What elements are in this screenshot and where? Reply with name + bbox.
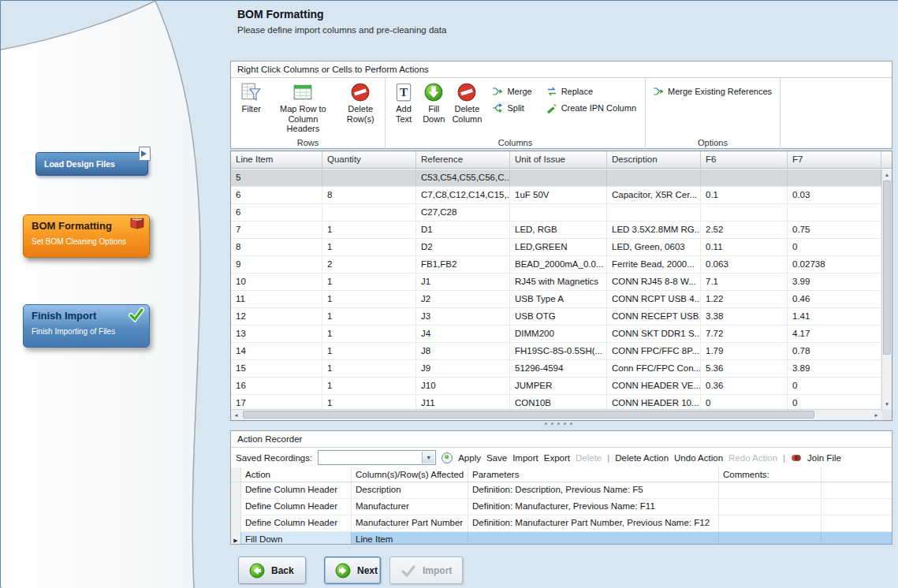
grid-cell[interactable]: Capacitor, X5R Cer... [607, 187, 701, 203]
grid-cell[interactable]: 14 [231, 343, 322, 359]
grid-cell[interactable]: LED 3.5X2.8MM RG... [607, 221, 701, 238]
grid-cell[interactable]: CONN RJ45 8-8 W... [607, 274, 701, 290]
grid-cell[interactable]: LED, RGB [510, 221, 607, 238]
grid-cell[interactable]: CONN HEADER VE... [607, 378, 701, 394]
grid-cell[interactable]: 1 [322, 308, 416, 325]
delete-column-button[interactable]: Delete Column [449, 80, 485, 126]
horizontal-scroll-thumb[interactable] [243, 411, 814, 419]
column-header-reference[interactable]: Reference [416, 151, 510, 168]
grid-cell[interactable]: 0.11 [701, 239, 788, 255]
grid-cell[interactable]: 11 [231, 291, 322, 307]
recorder-cell[interactable]: Manufacturer Part Number [352, 515, 468, 531]
grid-cell[interactable]: J1 [416, 274, 510, 290]
recorder-cell[interactable]: Define Column Header [241, 515, 352, 531]
grid-cell[interactable] [510, 169, 607, 186]
save-recording-button[interactable]: Save [486, 453, 507, 463]
column-header-description[interactable]: Description [607, 151, 701, 168]
grid-row[interactable]: 171J11CON10BCONN HEADER 10...00 [231, 395, 881, 409]
grid-cell[interactable]: 1uF 50V [510, 187, 607, 203]
grid-cell[interactable]: LED, Green, 0603 [607, 239, 701, 255]
grid-cell[interactable]: C53,C54,C55,C56,C... [416, 169, 510, 186]
export-recording-button[interactable]: Export [544, 453, 570, 463]
grid-cell[interactable]: 7.1 [701, 274, 788, 290]
column-header-f6[interactable]: F6 [701, 151, 788, 168]
grid-row[interactable]: 151J951296-4594Conn FFC/FPC Con...5.363.… [231, 360, 881, 378]
vertical-scroll-thumb[interactable] [883, 180, 891, 355]
grid-cell[interactable]: 0.03 [788, 187, 881, 203]
grid-cell[interactable]: D2 [416, 239, 510, 255]
grid-cell[interactable]: D1 [416, 221, 510, 238]
scroll-left-icon[interactable] [231, 410, 241, 420]
grid-cell[interactable] [788, 169, 881, 186]
grid-cell[interactable]: J8 [416, 343, 510, 359]
recorder-column-comments[interactable]: Comments: [719, 467, 822, 482]
grid-cell[interactable]: USB OTG [510, 308, 607, 325]
grid-cell[interactable]: C27,C28 [416, 204, 510, 221]
grid-cell[interactable]: RJ45 with Magnetics [510, 274, 607, 290]
column-header-unit-of-issue[interactable]: Unit of Issue [510, 151, 607, 168]
grid-cell[interactable]: 6 [231, 204, 322, 221]
recorder-column-affected[interactable]: Column(s)/Row(s) Affected [352, 467, 468, 482]
grid-cell[interactable]: JUMPER [510, 378, 607, 394]
grid-row[interactable]: 81D2LED,GREENLED, Green, 06030.110 [231, 239, 881, 256]
merge-button[interactable]: Merge [488, 83, 535, 99]
grid-cell[interactable]: FB1,FB2 [416, 256, 510, 273]
grid-row[interactable]: 111J2USB Type ACONN RCPT USB 4...1.220.4… [231, 291, 881, 308]
grid-cell[interactable] [510, 204, 607, 221]
grid-cell[interactable] [788, 204, 881, 221]
column-header-quantity[interactable]: Quantity [322, 151, 416, 168]
grid-cell[interactable]: 9 [231, 256, 322, 273]
step-bom-formatting[interactable]: BOM Formatting Set BOM Cleaning Options [23, 214, 150, 258]
grid-cell[interactable]: 5.36 [701, 360, 788, 377]
add-text-button[interactable]: T Add Text [389, 80, 419, 126]
grid-cell[interactable]: J10 [416, 378, 510, 394]
grid-row[interactable]: 6C27,C28 [231, 204, 881, 221]
grid-cell[interactable]: 0 [788, 378, 881, 394]
grid-row[interactable]: 92FB1,FB2BEAD_2000mA_0.0...Ferrite Bead,… [231, 256, 881, 274]
grid-row[interactable]: 68C7,C8,C12,C14,C15,...1uF 50VCapacitor,… [231, 187, 881, 204]
grid-cell[interactable]: C7,C8,C12,C14,C15,... [416, 187, 510, 203]
recorder-row[interactable]: Define Column HeaderManufacturer Part Nu… [231, 515, 892, 532]
grid-cell[interactable]: 1 [322, 291, 416, 307]
grid-cell[interactable]: 2.52 [701, 221, 788, 238]
grid-cell[interactable]: J11 [416, 395, 510, 409]
grid-cell[interactable]: 7.72 [701, 326, 788, 342]
recorder-cell[interactable]: Fill Down [241, 532, 352, 544]
grid-cell[interactable]: 10 [231, 274, 322, 290]
delete-action-button[interactable]: Delete Action [615, 453, 669, 463]
grid-cell[interactable]: DIMM200 [510, 326, 607, 342]
recorder-row[interactable]: Define Column HeaderDescriptionDefinitio… [231, 482, 892, 499]
saved-recordings-dropdown[interactable] [318, 450, 436, 465]
grid-vertical-scrollbar[interactable] [881, 169, 892, 409]
grid-cell[interactable]: 0.78 [788, 343, 881, 359]
grid-cell[interactable]: Ferrite Bead, 2000... [607, 256, 701, 273]
grid-cell[interactable]: J9 [416, 360, 510, 377]
scroll-up-icon[interactable] [882, 169, 892, 180]
grid-cell[interactable]: CONN FPC/FFC 8P... [607, 343, 701, 359]
column-header-line-item[interactable]: Line Item [231, 151, 322, 168]
grid-cell[interactable]: 0.46 [788, 291, 881, 307]
grid-cell[interactable]: 0.1 [701, 187, 788, 203]
recorder-row[interactable]: Fill DownLine Item [231, 532, 892, 544]
grid-cell[interactable]: CONN HEADER 10... [607, 395, 701, 409]
undo-action-button[interactable]: Undo Action [674, 453, 723, 463]
grid-cell[interactable]: 1.41 [788, 308, 881, 325]
filter-button[interactable]: Filter [234, 80, 268, 117]
grid-cell[interactable]: FH19SC-8S-0.5SH(... [510, 343, 607, 359]
fill-down-button[interactable]: Fill Down [419, 80, 449, 126]
grid-cell[interactable]: 6 [231, 187, 322, 203]
join-file-button[interactable]: Join File [807, 453, 841, 463]
grid-cell[interactable]: 1 [322, 395, 416, 409]
grid-cell[interactable]: Conn FFC/FPC Con... [607, 360, 701, 377]
grid-cell[interactable] [701, 169, 788, 186]
grid-cell[interactable]: BEAD_2000mA_0.0... [510, 256, 607, 273]
scroll-right-icon[interactable] [871, 410, 881, 420]
grid-cell[interactable]: 1.22 [701, 291, 788, 307]
column-header-f7[interactable]: F7 [788, 151, 881, 168]
recorder-cell[interactable] [719, 499, 822, 515]
map-row-to-column-headers-button[interactable]: Map Row to Column Headers [268, 80, 337, 136]
grid-row[interactable]: 71D1LED, RGBLED 3.5X2.8MM RG...2.520.75 [231, 221, 881, 239]
merge-existing-references-button[interactable]: Merge Existing References [649, 83, 776, 99]
grid-cell[interactable]: 1 [322, 360, 416, 377]
next-button[interactable]: Next [324, 556, 381, 584]
